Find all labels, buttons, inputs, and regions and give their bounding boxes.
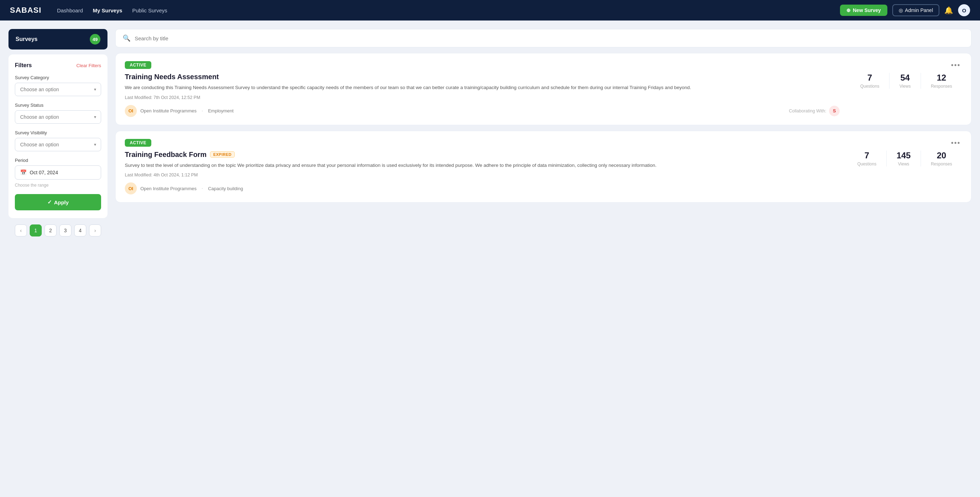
sidebar: Surveys 49 Filters Clear Filters Survey … <box>8 29 108 489</box>
stat-responses-label: Responses <box>931 162 952 167</box>
status-filter-group: Survey Status Choose an option ▾ <box>15 103 101 124</box>
survey-tag: Employment <box>208 108 233 113</box>
stat-views: 54 Views <box>889 73 921 89</box>
stat-questions: 7 Questions <box>848 151 886 167</box>
card-modified: Last Modified: 7th Oct 2024, 12:52 PM <box>125 95 840 100</box>
nav-links: Dashboard My Surveys Public Surveys <box>57 6 829 15</box>
clear-filters-button[interactable]: Clear Filters <box>76 63 101 68</box>
nav-public-surveys[interactable]: Public Surveys <box>132 6 167 15</box>
stat-questions-label: Questions <box>860 84 879 89</box>
filters-title: Filters <box>15 62 32 68</box>
status-select-wrap: Choose an option ▾ <box>15 110 101 124</box>
card-title: Training Feedback Form EXPIRED <box>125 151 837 159</box>
expired-tag: EXPIRED <box>210 151 235 158</box>
stat-responses-value: 12 <box>937 73 947 83</box>
sidebar-header: Surveys 49 <box>8 29 108 49</box>
page-2-button[interactable]: 2 <box>45 224 57 237</box>
main-content: 🔍 ACTIVE ••• Training Needs Assessment W… <box>115 29 972 489</box>
stat-views: 145 Views <box>886 151 921 167</box>
survey-tag: Capacity building <box>208 186 243 191</box>
stat-views-value: 145 <box>897 151 911 160</box>
card-description: We are conducting this Training Needs As… <box>125 84 840 92</box>
category-filter-label: Survey Category <box>15 75 101 80</box>
status-badge: ACTIVE <box>125 61 151 69</box>
period-filter-group: Period 📅 Oct 07, 2024 Choose the range <box>15 158 101 188</box>
prev-page-button[interactable]: ‹ <box>15 224 27 237</box>
stat-views-label: Views <box>899 84 911 89</box>
filters-title-row: Filters Clear Filters <box>15 62 101 68</box>
choose-range-hint: Choose the range <box>15 183 101 188</box>
survey-card: ACTIVE ••• Training Needs Assessment We … <box>115 53 972 125</box>
page-body: Surveys 49 Filters Clear Filters Survey … <box>0 21 980 497</box>
stat-responses: 12 Responses <box>921 73 962 89</box>
plus-icon: ⊕ <box>846 8 851 13</box>
category-select-wrap: Choose an option ▾ <box>15 83 101 96</box>
user-avatar[interactable]: O <box>958 4 970 16</box>
org-avatar: OI <box>125 105 137 117</box>
card-top-row: ACTIVE ••• <box>125 139 962 147</box>
brand-logo: SABASI <box>10 6 41 15</box>
notifications-bell[interactable]: 🔔 <box>944 6 953 14</box>
card-footer: OI Open Institute Programmes · Employmen… <box>125 105 840 117</box>
collab-label: Collaborating With: <box>789 108 827 113</box>
nav-my-surveys[interactable]: My Surveys <box>93 6 123 15</box>
collab-avatar: S <box>829 106 840 116</box>
page-1-button[interactable]: 1 <box>30 224 42 237</box>
card-stats: 7 Questions 54 Views 12 Responses <box>850 73 962 89</box>
pagination: ‹ 1 2 3 4 › <box>8 224 108 237</box>
navbar: SABASI Dashboard My Surveys Public Surve… <box>0 0 980 21</box>
search-bar: 🔍 <box>115 29 972 48</box>
page-3-button[interactable]: 3 <box>59 224 72 237</box>
stat-questions-value: 7 <box>864 151 869 160</box>
visibility-select[interactable]: Choose an option <box>15 138 101 151</box>
visibility-filter-label: Survey Visibility <box>15 130 101 135</box>
sidebar-title: Surveys <box>16 36 38 43</box>
card-description: Survey to test the level of understandin… <box>125 162 837 169</box>
settings-icon: ◎ <box>899 8 903 13</box>
survey-card: ACTIVE ••• Training Feedback Form EXPIRE… <box>115 131 972 203</box>
search-icon: 🔍 <box>123 34 130 42</box>
org-name: Open Institute Programmes <box>140 108 197 113</box>
card-top-row: ACTIVE ••• <box>125 61 962 69</box>
stat-questions: 7 Questions <box>850 73 889 89</box>
card-body: Training Needs Assessment We are conduct… <box>125 73 962 117</box>
stat-questions-value: 7 <box>867 73 872 83</box>
card-text: Training Needs Assessment We are conduct… <box>125 73 840 117</box>
nav-right: ⊕ New Survey ◎ Admin Panel 🔔 O <box>840 4 970 16</box>
org-avatar: OI <box>125 183 137 194</box>
page-4-button[interactable]: 4 <box>74 224 86 237</box>
card-title: Training Needs Assessment <box>125 73 840 81</box>
period-filter-label: Period <box>15 158 101 163</box>
collab-section: Collaborating With: S <box>789 106 840 116</box>
check-icon: ✓ <box>48 199 52 205</box>
admin-panel-button[interactable]: ◎ Admin Panel <box>892 4 939 16</box>
category-select[interactable]: Choose an option <box>15 83 101 96</box>
next-page-button[interactable]: › <box>89 224 101 237</box>
surveys-count-badge: 49 <box>90 34 100 44</box>
nav-dashboard[interactable]: Dashboard <box>57 6 83 15</box>
filters-card: Filters Clear Filters Survey Category Ch… <box>8 54 108 218</box>
visibility-filter-group: Survey Visibility Choose an option ▾ <box>15 130 101 151</box>
card-text: Training Feedback Form EXPIRED Survey to… <box>125 151 837 195</box>
status-badge: ACTIVE <box>125 139 151 147</box>
stat-questions-label: Questions <box>858 162 877 167</box>
status-filter-label: Survey Status <box>15 103 101 108</box>
period-value: Oct 07, 2024 <box>30 170 58 175</box>
dot-separator: · <box>202 108 203 114</box>
card-menu-button[interactable]: ••• <box>950 61 962 69</box>
org-name: Open Institute Programmes <box>140 186 197 191</box>
card-footer: OI Open Institute Programmes · Capacity … <box>125 183 837 194</box>
status-select[interactable]: Choose an option <box>15 110 101 124</box>
new-survey-button[interactable]: ⊕ New Survey <box>840 5 887 16</box>
card-stats: 7 Questions 145 Views 20 Responses <box>848 151 962 167</box>
stat-views-label: Views <box>898 162 909 167</box>
period-input[interactable]: 📅 Oct 07, 2024 <box>15 165 101 179</box>
apply-button[interactable]: ✓ Apply <box>15 194 101 210</box>
card-menu-button[interactable]: ••• <box>950 139 962 147</box>
stat-responses: 20 Responses <box>921 151 962 167</box>
category-filter-group: Survey Category Choose an option ▾ <box>15 75 101 96</box>
stat-views-value: 54 <box>900 73 910 83</box>
calendar-icon: 📅 <box>20 169 27 176</box>
search-input[interactable] <box>135 35 964 41</box>
visibility-select-wrap: Choose an option ▾ <box>15 138 101 151</box>
